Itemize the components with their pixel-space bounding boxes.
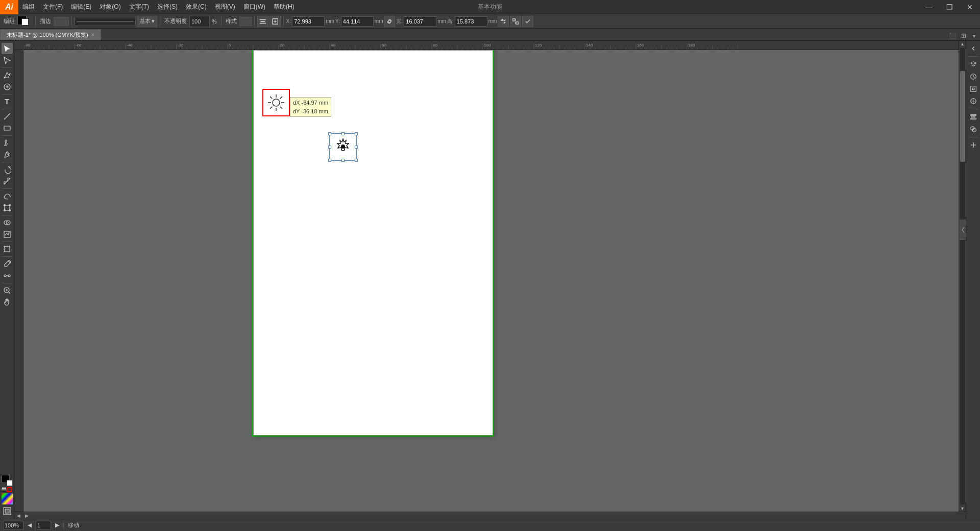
menu-edit[interactable]: 编辑(E) — [67, 0, 95, 14]
rpanel-add-button[interactable] — [968, 139, 979, 151]
svg-text:60: 60 — [382, 43, 386, 47]
menu-type[interactable]: 文字(T) — [125, 0, 153, 14]
rotate-tool-button[interactable] — [2, 164, 13, 175]
tab-close-button[interactable]: × — [91, 32, 94, 38]
tab-menu-button[interactable]: ▾ — [970, 31, 978, 40]
menu-object[interactable]: 对象(O) — [95, 0, 125, 14]
color-swatches[interactable] — [2, 475, 13, 486]
rpanel-layers-button[interactable] — [968, 59, 979, 70]
y-input[interactable] — [341, 16, 374, 27]
collapse-panel-button[interactable] — [968, 43, 979, 54]
paintbrush-tool-button[interactable] — [2, 137, 13, 149]
tool-divider-7 — [2, 215, 12, 215]
vertical-scrollbar[interactable]: ▲ ▼ — [959, 41, 966, 512]
anchor-point-tool-button[interactable] — [2, 81, 13, 92]
handle-bottom-left[interactable] — [328, 159, 331, 162]
hscroll-right-button[interactable]: ▶ — [23, 513, 30, 519]
opacity-input[interactable] — [189, 16, 210, 27]
minimize-button[interactable]: — — [919, 0, 939, 14]
rpanel-properties-button[interactable] — [968, 71, 979, 82]
stroke-type-select[interactable]: 基本▾ — [137, 16, 157, 27]
svg-text:-60: -60 — [76, 43, 82, 47]
grayscale-button[interactable] — [2, 487, 7, 492]
blend-tool-button[interactable] — [2, 270, 13, 281]
screen-mode-button[interactable] — [2, 505, 13, 517]
right-expand-tab[interactable] — [960, 220, 966, 240]
menu-window[interactable]: 窗口(W) — [239, 0, 270, 14]
link-icon[interactable] — [384, 16, 395, 27]
rpanel-transform-button[interactable] — [968, 83, 979, 94]
page-input[interactable] — [36, 521, 51, 530]
vscroll-thumb[interactable] — [960, 71, 965, 162]
zoom-input[interactable] — [3, 521, 23, 530]
vscroll-track[interactable] — [960, 48, 965, 504]
handle-middle-right[interactable] — [355, 146, 358, 149]
stroke-color[interactable] — [54, 17, 69, 26]
eyedropper-tool-button[interactable] — [2, 258, 13, 270]
color-swatch-group — [2, 475, 13, 519]
rpanel-align-button[interactable] — [968, 111, 979, 123]
document-tab[interactable]: 未标题-1* @ 100% (CMYK/预览) × — [0, 29, 101, 40]
canvas-area[interactable]: dX -64.97 mm dY -36.18 mm -80-60-40-2002… — [14, 41, 966, 519]
hand-tool-button[interactable] — [2, 297, 13, 308]
menu-help[interactable]: 帮助(H) — [270, 0, 299, 14]
shape-tool-button[interactable] — [2, 123, 13, 134]
pencil-tool-button[interactable] — [2, 149, 13, 160]
x-label: X: — [286, 18, 291, 24]
transform-icon[interactable] — [270, 16, 281, 27]
menu-effect[interactable]: 效果(C) — [182, 0, 211, 14]
stroke-swatch[interactable] — [21, 18, 29, 26]
zoom-tool-button[interactable] — [2, 285, 13, 296]
vscroll-down-button[interactable]: ▼ — [960, 505, 966, 512]
zoom-control[interactable] — [3, 521, 23, 530]
color-picker-button[interactable] — [2, 493, 13, 504]
handle-bottom-center[interactable] — [341, 159, 345, 162]
x-input[interactable] — [292, 16, 325, 27]
svg-point-12 — [9, 205, 10, 206]
shape-builder-button[interactable] — [2, 217, 13, 228]
nav-prev-button[interactable]: ◀ — [28, 522, 32, 528]
menu-file[interactable]: 文件(F) — [39, 0, 67, 14]
stroke-color-swatch[interactable] — [7, 480, 13, 486]
hscroll-left-button[interactable]: ◀ — [15, 513, 21, 519]
arrange-doc-button[interactable]: ⬛ — [947, 31, 958, 40]
graph-tool-button[interactable] — [2, 229, 13, 240]
selection-tool-button[interactable] — [2, 43, 13, 54]
free-transform-button[interactable] — [2, 202, 13, 213]
scale-tool-button[interactable] — [2, 176, 13, 187]
handle-top-left[interactable] — [328, 132, 331, 135]
svg-rect-35 — [970, 115, 976, 116]
horizontal-scrollbar[interactable]: ◀ ▶ — [14, 512, 966, 519]
style-swatch[interactable] — [239, 17, 252, 26]
rpanel-pathfinder-button[interactable] — [968, 124, 979, 135]
rpanel-appearance-button[interactable] — [968, 95, 979, 107]
maximize-button[interactable]: ❐ — [939, 0, 960, 14]
close-button[interactable]: ✕ — [960, 0, 980, 14]
handle-top-center[interactable] — [341, 132, 345, 135]
handle-bottom-right[interactable] — [355, 159, 358, 162]
type-tool-button[interactable]: T — [2, 96, 13, 107]
menu-select[interactable]: 选择(S) — [153, 0, 182, 14]
vscroll-up-button[interactable]: ▲ — [960, 41, 966, 47]
handle-middle-left[interactable] — [328, 146, 331, 149]
menu-view[interactable]: 视图(V) — [211, 0, 239, 14]
line-tool-button[interactable] — [2, 111, 13, 122]
artboard-tool-button[interactable] — [2, 244, 13, 255]
constrain-icon[interactable] — [498, 16, 509, 27]
w-label: 宽: — [396, 18, 403, 25]
w-input[interactable] — [404, 16, 436, 27]
warp-tool-button[interactable] — [2, 190, 13, 202]
direct-select-tool-button[interactable] — [2, 55, 13, 66]
line-weight-input[interactable] — [75, 17, 136, 26]
h-input[interactable] — [455, 16, 487, 27]
handle-top-right[interactable] — [355, 132, 358, 135]
pen-tool-button[interactable] — [2, 69, 13, 81]
svg-point-25 — [4, 275, 6, 277]
arrange-doc-button2[interactable]: ⊞ — [959, 31, 969, 40]
extra-icon-2[interactable] — [522, 16, 533, 27]
extra-icon-1[interactable] — [510, 16, 521, 27]
align-icon[interactable] — [257, 16, 268, 27]
menu-group[interactable]: 编组 — [18, 0, 39, 14]
none-button[interactable] — [7, 487, 12, 492]
nav-next-button[interactable]: ▶ — [55, 522, 59, 528]
